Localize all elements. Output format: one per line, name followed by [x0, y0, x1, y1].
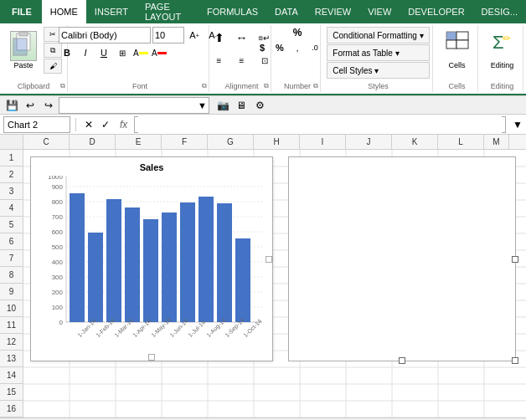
align-middle-button[interactable]: ↔	[231, 27, 253, 49]
editing-button[interactable]: Σ ✏ Editing	[487, 27, 518, 73]
bar-jan14	[70, 193, 85, 322]
font-name-select[interactable]	[59, 27, 151, 44]
fill-color-button[interactable]: A	[132, 45, 149, 60]
row-header-6[interactable]: 6	[0, 233, 23, 250]
row-header-12[interactable]: 12	[0, 334, 23, 351]
redo-button[interactable]: ↪	[40, 98, 57, 113]
font-row1: A+ A-	[59, 27, 221, 44]
bold-button[interactable]: B	[59, 45, 75, 60]
chart2-container[interactable]	[288, 156, 516, 361]
quick-access-toolbar: 💾 ↩ ↪ ▼ 📷 🖥 ⚙	[0, 96, 526, 115]
screen-button[interactable]: 🖥	[233, 98, 250, 113]
col-header-M[interactable]: M	[484, 135, 509, 149]
bar-aug14	[199, 197, 214, 322]
bar-jul14	[180, 202, 195, 322]
percent-button[interactable]: %	[271, 40, 288, 55]
row-header-8[interactable]: 8	[0, 267, 23, 284]
column-header-row: C D E F G H I J K L M	[0, 135, 526, 150]
number-expand-icon[interactable]: ⧉	[313, 82, 318, 90]
tab-formulas[interactable]: FORMULAS	[199, 0, 266, 23]
tab-review[interactable]: REVIEW	[307, 0, 359, 23]
confirm-formula-button[interactable]: ✓	[98, 117, 113, 132]
resize-handle-right[interactable]	[266, 256, 272, 263]
svg-text:100: 100	[52, 304, 64, 311]
col-header-J[interactable]: J	[346, 135, 392, 149]
clipboard-expand-icon[interactable]: ⧉	[60, 82, 65, 90]
comma-button[interactable]: ,	[289, 40, 306, 55]
tab-developer[interactable]: DEVELOPER	[400, 0, 472, 23]
chart2-resize-right[interactable]	[512, 256, 518, 263]
grid-cells-area: Sales 0 100 200 300 400	[23, 150, 526, 417]
tab-page-layout[interactable]: PAGE LAYOUT	[137, 0, 199, 23]
tab-data[interactable]: DATA	[266, 0, 307, 23]
fx-label: fx	[116, 119, 131, 131]
align-left-button[interactable]: ≡	[209, 49, 230, 71]
conditional-formatting-button[interactable]: Conditional Formatting ▾	[327, 27, 429, 44]
svg-text:900: 900	[52, 183, 64, 191]
corner-cell[interactable]	[0, 135, 23, 149]
cells-button[interactable]: Cells	[441, 27, 473, 73]
row-header-14[interactable]: 14	[0, 367, 23, 384]
chart2-resize-bottom[interactable]	[399, 357, 405, 364]
bar-oct14	[235, 238, 250, 322]
col-header-I[interactable]: I	[300, 135, 346, 149]
name-box[interactable]	[3, 116, 70, 133]
svg-text:700: 700	[52, 213, 64, 221]
chart2-resize-corner[interactable]	[512, 357, 518, 364]
row-header-9[interactable]: 9	[0, 284, 23, 300]
resize-handle-bottom[interactable]	[148, 354, 155, 361]
cell-styles-button[interactable]: Cell Styles ▾	[327, 62, 429, 79]
undo-button[interactable]: ↩	[22, 98, 39, 113]
svg-text:600: 600	[52, 228, 64, 236]
col-header-E[interactable]: E	[116, 135, 162, 149]
chart1-container[interactable]: Sales 0 100 200 300 400	[30, 156, 273, 361]
svg-rect-6	[446, 40, 456, 49]
format-as-table-button[interactable]: Format as Table ▾	[327, 44, 429, 61]
row-header-1[interactable]: 1	[0, 150, 23, 166]
tab-view[interactable]: VIEW	[359, 0, 400, 23]
tab-home[interactable]: HOME	[42, 0, 86, 23]
underline-button[interactable]: U	[95, 45, 112, 60]
font-expand-icon[interactable]: ⧉	[202, 82, 207, 90]
col-header-H[interactable]: H	[254, 135, 300, 149]
qat-dropdown[interactable]: ▼	[59, 97, 209, 114]
decrease-decimal-button[interactable]: .0	[307, 40, 323, 55]
row-header-5[interactable]: 5	[0, 217, 23, 233]
group-font: A+ A- B I U ⊞ A A Font ⧉	[71, 25, 209, 92]
font-color-button[interactable]: A	[151, 45, 168, 60]
align-top-button[interactable]: ⬆	[209, 27, 230, 49]
svg-text:1000: 1000	[48, 176, 63, 181]
row-header-13[interactable]: 13	[0, 351, 23, 367]
row-header-10[interactable]: 10	[0, 300, 23, 317]
row-header-11[interactable]: 11	[0, 317, 23, 334]
formula-expand-button[interactable]: ▼	[513, 119, 523, 131]
cancel-formula-button[interactable]: ✕	[81, 117, 96, 132]
col-header-C[interactable]: C	[23, 135, 70, 149]
border-button[interactable]: ⊞	[114, 45, 131, 60]
italic-button[interactable]: I	[77, 45, 94, 60]
row-header-4[interactable]: 4	[0, 200, 23, 217]
tab-file[interactable]: FILE	[2, 0, 42, 23]
currency-button[interactable]: $	[254, 40, 271, 55]
row-header-3[interactable]: 3	[0, 183, 23, 200]
increase-font-button[interactable]: A+	[186, 28, 203, 43]
col-header-L[interactable]: L	[438, 135, 484, 149]
tab-design[interactable]: DESIG...	[473, 0, 526, 23]
settings-button[interactable]: ⚙	[251, 98, 268, 113]
col-header-G[interactable]: G	[208, 135, 254, 149]
formula-input[interactable]	[138, 116, 502, 133]
col-header-K[interactable]: K	[392, 135, 438, 149]
col-header-F[interactable]: F	[162, 135, 208, 149]
paste-button[interactable]: Paste	[5, 29, 42, 71]
row-header-7[interactable]: 7	[0, 250, 23, 267]
cam-button[interactable]: 📷	[214, 98, 231, 113]
formula-input-container[interactable]	[134, 116, 506, 133]
row-header-15[interactable]: 15	[0, 384, 23, 401]
row-header-16[interactable]: 16	[0, 401, 23, 417]
row-header-2[interactable]: 2	[0, 166, 23, 183]
align-center-button[interactable]: ≡	[231, 49, 253, 71]
col-header-D[interactable]: D	[70, 135, 116, 149]
save-button[interactable]: 💾	[3, 98, 20, 113]
font-size-select[interactable]	[152, 27, 184, 44]
tab-insert[interactable]: INSERT	[86, 0, 137, 23]
